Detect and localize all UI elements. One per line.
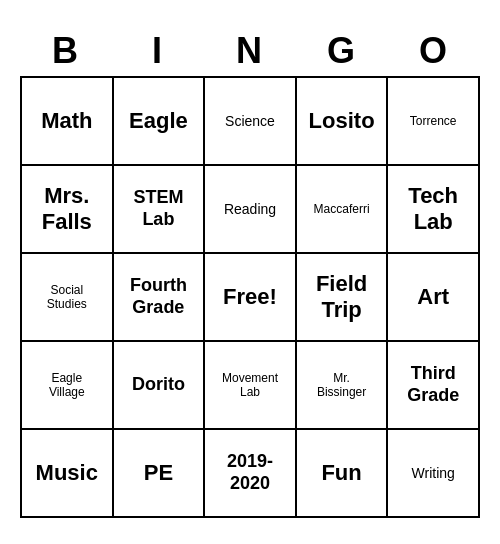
cell-0-1: Eagle	[114, 78, 206, 166]
cell-text: Science	[225, 113, 275, 130]
cell-text: Music	[36, 460, 98, 486]
cell-text: MovementLab	[222, 371, 278, 400]
cell-4-1: PE	[114, 430, 206, 518]
header-letter: I	[112, 26, 204, 76]
cell-text: STEMLab	[133, 187, 183, 230]
cell-text: Maccaferri	[314, 202, 370, 216]
cell-text: PE	[144, 460, 173, 486]
cell-1-0: Mrs.Falls	[22, 166, 114, 254]
cell-0-0: Math	[22, 78, 114, 166]
cell-4-3: Fun	[297, 430, 389, 518]
cell-text: FieldTrip	[316, 271, 367, 324]
cell-3-1: Dorito	[114, 342, 206, 430]
cell-text: Mrs.Falls	[42, 183, 92, 236]
cell-text: FourthGrade	[130, 275, 187, 318]
cell-2-4: Art	[388, 254, 480, 342]
header-letter: B	[20, 26, 112, 76]
cell-text: Art	[417, 284, 449, 310]
cell-2-0: SocialStudies	[22, 254, 114, 342]
cell-4-0: Music	[22, 430, 114, 518]
bingo-card: BINGO MathEagleScienceLositoTorrenceMrs.…	[20, 26, 480, 518]
cell-1-4: TechLab	[388, 166, 480, 254]
header-letter: N	[204, 26, 296, 76]
cell-text: Mr.Bissinger	[317, 371, 366, 400]
cell-3-2: MovementLab	[205, 342, 297, 430]
cell-text: Reading	[224, 201, 276, 218]
header-letter: O	[388, 26, 480, 76]
cell-3-4: ThirdGrade	[388, 342, 480, 430]
cell-2-3: FieldTrip	[297, 254, 389, 342]
header-letter: G	[296, 26, 388, 76]
cell-text: 2019-2020	[227, 451, 273, 494]
cell-4-2: 2019-2020	[205, 430, 297, 518]
cell-0-4: Torrence	[388, 78, 480, 166]
bingo-grid: MathEagleScienceLositoTorrenceMrs.FallsS…	[20, 76, 480, 518]
cell-text: Dorito	[132, 374, 185, 396]
cell-text: Losito	[309, 108, 375, 134]
cell-2-2: Free!	[205, 254, 297, 342]
cell-3-3: Mr.Bissinger	[297, 342, 389, 430]
cell-text: Writing	[412, 465, 455, 482]
cell-text: Fun	[321, 460, 361, 486]
cell-text: Torrence	[410, 114, 457, 128]
cell-4-4: Writing	[388, 430, 480, 518]
cell-1-2: Reading	[205, 166, 297, 254]
cell-0-2: Science	[205, 78, 297, 166]
cell-text: SocialStudies	[47, 283, 87, 312]
cell-3-0: EagleVillage	[22, 342, 114, 430]
bingo-header: BINGO	[20, 26, 480, 76]
cell-text: EagleVillage	[49, 371, 85, 400]
cell-text: Math	[41, 108, 92, 134]
cell-2-1: FourthGrade	[114, 254, 206, 342]
cell-0-3: Losito	[297, 78, 389, 166]
cell-text: TechLab	[408, 183, 458, 236]
cell-1-3: Maccaferri	[297, 166, 389, 254]
cell-1-1: STEMLab	[114, 166, 206, 254]
cell-text: ThirdGrade	[407, 363, 459, 406]
cell-text: Free!	[223, 284, 277, 310]
cell-text: Eagle	[129, 108, 188, 134]
